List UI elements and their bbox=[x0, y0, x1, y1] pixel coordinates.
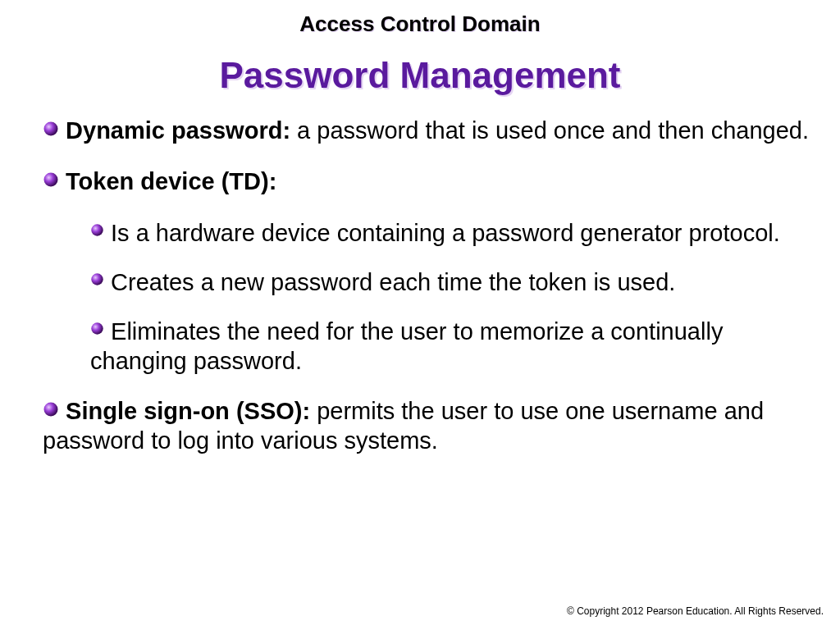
slide-pretitle: Access Control Domain bbox=[0, 0, 840, 37]
list-item: Dynamic password: a password that is use… bbox=[43, 116, 817, 145]
slide: Access Control Domain Password Managemen… bbox=[0, 0, 840, 630]
list-item: Single sign-on (SSO): permits the user t… bbox=[43, 396, 817, 456]
list-item: Eliminates the need for the user to memo… bbox=[90, 317, 817, 377]
bullet-icon bbox=[43, 401, 59, 418]
slide-title: Password Management bbox=[0, 55, 840, 96]
sub-text: Eliminates the need for the user to memo… bbox=[90, 318, 723, 374]
term-text: Single sign-on (SSO): bbox=[66, 398, 310, 424]
bullet-icon bbox=[90, 223, 104, 237]
definition-text: a password that is used once and then ch… bbox=[290, 117, 809, 144]
list-item: Is a hardware device containing a passwo… bbox=[90, 218, 817, 248]
svg-point-3 bbox=[91, 273, 103, 285]
svg-point-4 bbox=[91, 322, 103, 334]
list-item: Creates a new password each time the tok… bbox=[90, 267, 817, 297]
svg-point-1 bbox=[44, 173, 58, 187]
list-item: Token device (TD): bbox=[43, 167, 817, 196]
bullet-icon bbox=[90, 272, 104, 286]
term-text: Token device (TD): bbox=[66, 168, 276, 194]
bullet-icon bbox=[43, 171, 59, 188]
copyright-footer: © Copyright 2012 Pearson Education. All … bbox=[567, 605, 824, 617]
sub-text: Creates a new password each time the tok… bbox=[111, 269, 675, 295]
slide-body: Dynamic password: a password that is use… bbox=[0, 96, 840, 455]
svg-point-5 bbox=[44, 402, 58, 416]
bullet-icon bbox=[43, 121, 59, 137]
sub-text: Is a hardware device containing a passwo… bbox=[111, 220, 780, 246]
bullet-icon bbox=[90, 322, 104, 336]
svg-point-0 bbox=[44, 122, 58, 136]
svg-point-2 bbox=[91, 224, 103, 235]
term-text: Dynamic password: bbox=[66, 117, 290, 144]
